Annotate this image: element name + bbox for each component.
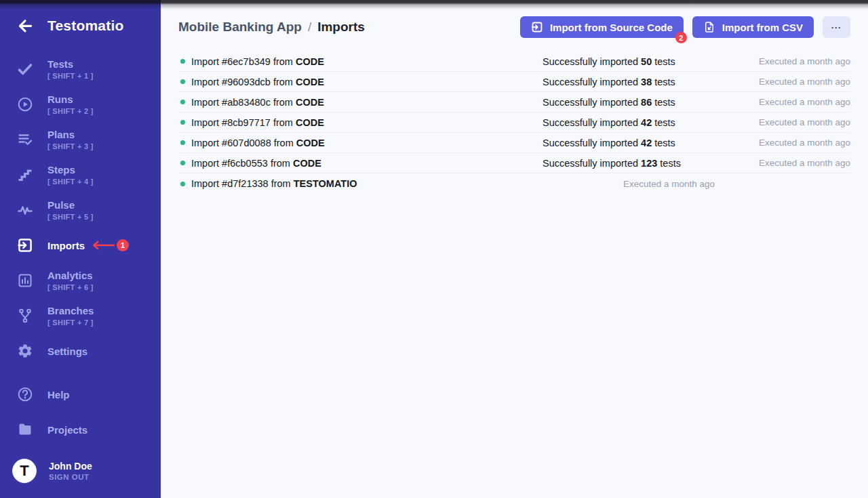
import-title: Import #6ec7b349 from CODE [178,56,542,67]
help-circle-icon [16,386,34,402]
import-source: CODE [296,97,324,108]
sidebar-item-shortcut: [ SHIFT + 5 ] [47,212,94,222]
import-title: Import #d7f21338 from TESTOMATIO [178,178,542,189]
user-name: John Doe [49,460,92,472]
import-title: Import #8cb97717 from CODE [178,117,542,128]
user-block[interactable]: T John Doe SIGN OUT [0,453,161,489]
breadcrumb-page: Imports [317,20,365,35]
import-source: CODE [296,138,325,148]
sidebar-item-shortcut: [ SHIFT + 3 ] [47,142,94,152]
import-executed-time: Executed a month ago [715,138,850,148]
breadcrumb: Mobile Banking App / Imports [178,20,365,35]
import-executed-time: Executed a month ago [715,97,850,107]
import-row[interactable]: Import #607d0088 from CODE Successfully … [178,133,850,153]
sidebar-item-pulse[interactable]: Pulse [ SHIFT + 5 ] [0,192,161,228]
sidebar-item-shortcut: [ SHIFT + 1 ] [47,71,94,81]
user-avatar: T [12,459,37,483]
sidebar-item-projects[interactable]: Projects [0,412,161,447]
sidebar-item-steps[interactable]: Steps [ SHIFT + 4 ] [0,157,161,192]
import-from-csv-button[interactable]: Import from CSV [692,16,814,38]
sidebar-item-label: Plans [47,128,94,141]
import-status: Successfully imported 42 tests [542,117,715,128]
import-list: Import #6ec7b349 from CODE Successfully … [178,51,850,194]
status-dot-icon [180,140,185,145]
import-row[interactable]: Import #8cb97717 from CODE Successfully … [178,112,850,133]
more-actions-button[interactable]: ... [823,16,850,38]
annotation-badge: 1 [117,239,129,251]
sidebar-item-label: Runs [47,93,94,106]
sidebar-footer-nav: Help Projects [0,377,161,447]
sidebar-item-shortcut: [ SHIFT + 6 ] [47,283,94,293]
import-row[interactable]: Import #d7f21338 from TESTOMATIO Execute… [178,173,850,194]
breadcrumb-separator: / [308,20,311,35]
import-executed-time: Executed a month ago [715,56,850,66]
sidebar-item-settings[interactable]: Settings [0,333,161,369]
pulse-icon [16,202,34,218]
status-dot-icon [180,100,185,104]
folder-icon [16,421,34,438]
sidebar-item-label: Branches [47,304,94,317]
import-status: Successfully imported 38 tests [542,77,715,87]
sidebar-item-label: Help [47,388,70,401]
sidebar-item-runs[interactable]: Runs [ SHIFT + 2 ] [0,87,161,122]
check-icon [16,61,34,77]
import-source: CODE [296,56,324,67]
import-icon [16,237,34,253]
source-code-badge: 2 [675,32,687,43]
sidebar-item-tests[interactable]: Tests [ SHIFT + 1 ] [0,51,161,87]
import-source: CODE [293,158,321,169]
sidebar-item-shortcut: [ SHIFT + 4 ] [47,177,94,187]
import-status: Successfully imported 42 tests [542,138,715,148]
status-dot-icon [180,161,185,165]
sidebar-item-shortcut: [ SHIFT + 2 ] [47,106,94,117]
gear-icon [16,343,34,359]
import-icon [531,21,543,33]
import-title: Import #607d0088 from CODE [178,138,542,148]
sidebar-item-branches[interactable]: Branches [ SHIFT + 7 ] [0,298,161,333]
bar-chart-icon [16,272,34,289]
red-left-arrow-icon [92,241,115,250]
import-executed-time: Executed a month ago [715,77,850,87]
list-check-icon [16,131,34,148]
import-title: Import #96093dcb from CODE [178,77,542,87]
file-import-icon [703,21,715,33]
import-source: CODE [296,77,324,87]
sidebar-item-label: Analytics [47,269,94,282]
sidebar-item-imports[interactable]: Imports 1 [0,228,161,263]
import-title: Import #f6cb0553 from CODE [178,158,542,169]
import-status: Successfully imported 123 tests [542,158,715,169]
breadcrumb-project[interactable]: Mobile Banking App [178,20,302,35]
sidebar-item-help[interactable]: Help [0,377,161,412]
sidebar-header: Testomatio [0,0,161,35]
sidebar-item-label: Imports [47,239,85,252]
import-row[interactable]: Import #f6cb0553 from CODE Successfully … [178,153,850,173]
back-arrow-icon[interactable] [16,17,34,35]
git-branch-icon [16,308,34,324]
import-status: Successfully imported 86 tests [542,97,715,108]
import-row[interactable]: Import #6ec7b349 from CODE Successfully … [178,51,850,72]
import-row[interactable]: Import #96093dcb from CODE Successfully … [178,72,850,92]
main-content: Mobile Banking App / Imports Import from… [161,0,868,498]
import-executed-time: Executed a month ago [715,117,850,127]
header-actions: Import from Source Code 2 Import from CS… [520,16,850,38]
status-dot-icon [180,120,185,125]
sign-out-link[interactable]: SIGN OUT [49,472,92,482]
main-header: Mobile Banking App / Imports Import from… [178,0,850,38]
import-source: CODE [296,117,324,128]
sidebar-item-label: Steps [47,163,94,176]
sidebar-item-plans[interactable]: Plans [ SHIFT + 3 ] [0,122,161,157]
app-title: Testomatio [47,18,123,34]
import-from-source-code-button[interactable]: Import from Source Code 2 [520,16,684,38]
sidebar-item-shortcut: [ SHIFT + 7 ] [47,318,94,328]
annotation-marker: 1 [92,239,129,251]
import-title: Import #ab83480c from CODE [178,97,542,108]
sidebar-item-analytics[interactable]: Analytics [ SHIFT + 6 ] [0,263,161,298]
import-executed-time: Executed a month ago [542,179,715,189]
status-dot-icon [180,182,185,186]
sidebar-item-label: Tests [47,58,94,70]
sidebar: Testomatio Tests [ SHIFT + 1 ] Runs [ SH… [0,0,161,498]
import-status: Successfully imported 50 tests [542,56,715,67]
sidebar-item-label: Pulse [47,199,94,211]
steps-icon [16,167,34,183]
import-row[interactable]: Import #ab83480c from CODE Successfully … [178,92,850,112]
